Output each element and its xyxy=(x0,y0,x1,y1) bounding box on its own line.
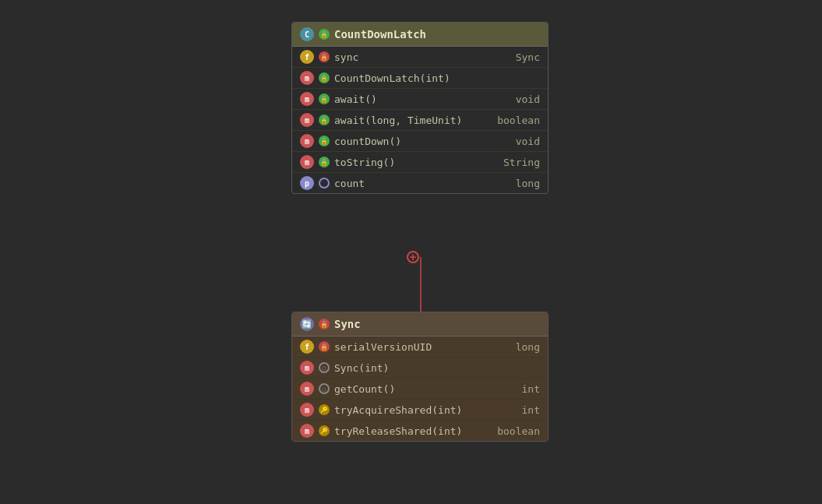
key-badge: 🔑 xyxy=(319,404,330,415)
table-row: f 🔒 sync Sync xyxy=(292,47,548,68)
member-label: await(long, TimeUnit) xyxy=(334,115,489,126)
field-icon: f xyxy=(300,340,314,354)
open-badge: ○ xyxy=(319,362,330,373)
method-icon: m xyxy=(300,424,314,438)
lock-badge: 🔒 xyxy=(319,72,330,83)
member-type: String xyxy=(493,157,540,168)
table-row: m 🔒 CountDownLatch(int) xyxy=(292,68,548,89)
table-row: m 🔒 toString() String xyxy=(292,152,548,173)
member-label: sync xyxy=(334,51,489,63)
member-label: getCount() xyxy=(334,383,489,395)
open-badge xyxy=(319,178,330,189)
member-label: toString() xyxy=(334,157,489,168)
member-type: Sync xyxy=(493,51,540,63)
table-row: m 🔑 tryReleaseShared(int) boolean xyxy=(292,421,548,441)
key-badge: 🔑 xyxy=(319,425,330,436)
member-type: long xyxy=(493,341,540,353)
table-row: m 🔒 countDown() void xyxy=(292,131,548,152)
member-label: Sync(int) xyxy=(334,362,489,374)
member-type: boolean xyxy=(493,425,540,437)
lock-badge: 🔒 xyxy=(319,29,330,40)
member-type: long xyxy=(493,178,540,189)
class-icon: C xyxy=(300,27,314,41)
method-icon: m xyxy=(300,92,314,106)
member-label: CountDownLatch(int) xyxy=(334,72,489,84)
member-type: void xyxy=(493,136,540,147)
method-icon: m xyxy=(300,382,314,396)
method-icon: m xyxy=(300,403,314,417)
method-icon: m xyxy=(300,361,314,375)
member-type: int xyxy=(493,404,540,416)
table-row: m 🔒 await() void xyxy=(292,89,548,110)
card1-header: C 🔒 CountDownLatch xyxy=(292,23,548,47)
countdown-latch-card[interactable]: C 🔒 CountDownLatch f 🔒 sync Sync m 🔒 Cou… xyxy=(291,22,549,194)
member-label: tryAcquireShared(int) xyxy=(334,404,489,416)
lock-badge: 🔒 xyxy=(319,51,330,62)
card2-header: 🔄 🔒 Sync xyxy=(292,312,548,337)
table-row: f 🔒 serialVersionUID long xyxy=(292,337,548,358)
member-type: boolean xyxy=(493,115,540,126)
lock-badge: 🔒 xyxy=(319,115,330,125)
member-label: await() xyxy=(334,93,489,105)
open-badge: ○ xyxy=(319,383,330,394)
lock-badge: 🔒 xyxy=(319,93,330,104)
method-icon: m xyxy=(300,71,314,85)
member-label: countDown() xyxy=(334,136,489,147)
member-label: serialVersionUID xyxy=(334,341,489,353)
property-icon: p xyxy=(300,176,314,190)
class-icon: 🔄 xyxy=(300,317,314,331)
card2-title: Sync xyxy=(334,318,361,330)
table-row: m 🔒 await(long, TimeUnit) boolean xyxy=(292,110,548,131)
method-icon: m xyxy=(300,134,314,148)
member-type: int xyxy=(493,383,540,395)
member-label: count xyxy=(334,178,489,189)
table-row: m ○ getCount() int xyxy=(292,379,548,400)
method-icon: m xyxy=(300,155,314,169)
table-row: m ○ Sync(int) xyxy=(292,358,548,379)
member-label: tryReleaseShared(int) xyxy=(334,425,489,437)
plus-connector: + xyxy=(407,251,419,263)
member-type: void xyxy=(493,93,540,105)
sync-card[interactable]: 🔄 🔒 Sync f 🔒 serialVersionUID long m ○ S… xyxy=(291,312,549,442)
method-icon: m xyxy=(300,113,314,127)
lock-badge: 🔒 xyxy=(319,157,330,167)
diagram-canvas: C 🔒 CountDownLatch f 🔒 sync Sync m 🔒 Cou… xyxy=(0,0,822,504)
lock-badge: 🔒 xyxy=(319,341,330,352)
table-row: m 🔑 tryAcquireShared(int) int xyxy=(292,400,548,421)
card1-title: CountDownLatch xyxy=(334,28,426,41)
field-icon: f xyxy=(300,50,314,64)
lock-badge: 🔒 xyxy=(319,319,330,330)
table-row: p count long xyxy=(292,173,548,193)
connector-line xyxy=(413,257,429,315)
lock-badge: 🔒 xyxy=(319,136,330,146)
